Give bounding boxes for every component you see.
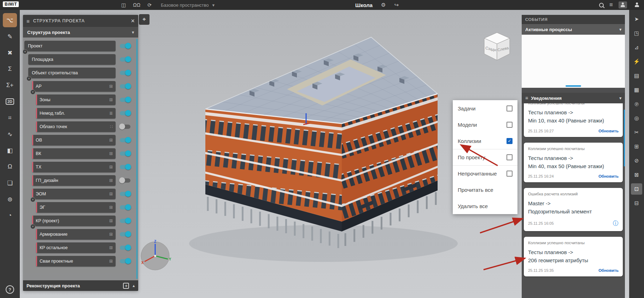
settings-gear-icon[interactable]: ⚙ [381,2,386,8]
visibility-toggle[interactable] [120,219,130,223]
sum-icon[interactable]: Σ [3,62,17,76]
menu-item-По проекту[interactable]: По проекту [453,149,517,165]
notifications-header[interactable]: ≡ Уведомления ▾ [522,93,625,103]
tree-item-Армирование[interactable]: Армирование⊞ [36,229,116,240]
notification-card[interactable]: Коллизии успешно посчитаныТесты плагинов… [524,103,623,137]
profile-sessions-icon[interactable] [619,1,627,8]
visibility-toggle[interactable] [120,71,130,75]
visibility-toggle[interactable] [120,178,130,183]
visibility-toggle[interactable] [120,98,130,102]
filter-icon[interactable]: ≡ [27,18,30,24]
menu-item-Задачи[interactable]: Задачи [453,100,517,116]
user-location-icon[interactable]: ⊚ [3,192,17,206]
tree-item-Площадка[interactable]: Площадка [28,54,116,65]
menu-item-Коллизии[interactable]: Коллизии✓ [453,133,517,149]
tree-item-ТХ[interactable]: ТХ⊞ [32,162,116,172]
shared-folder-icon[interactable]: ❏ [3,176,17,190]
structure-tree-icon[interactable]: ⌥ [3,13,17,27]
checkbox[interactable] [507,171,513,177]
visibility-toggle[interactable] [120,192,130,196]
marquee-icon[interactable]: ◳ [631,28,642,39]
visibility-toggle[interactable] [120,84,130,88]
tree-item-Облако точек[interactable]: Облако точек∷ [36,121,116,132]
remove-box-icon[interactable]: ⊠ [631,169,642,180]
target-icon[interactable]: ◎ [631,113,642,124]
tree-item-Сваи проектные[interactable]: Сваи проектные⊞ [36,256,116,267]
users-icon[interactable]: Ω [3,160,17,174]
app-logo[interactable]: BiMiT [3,1,19,7]
expand-toggle-icon[interactable]: ˅ [30,197,35,202]
sync-box-icon[interactable]: ⟳ [147,2,152,8]
expand-toggle-icon[interactable]: ˅ [30,224,35,229]
grid-icon[interactable]: ▦ [631,84,642,96]
tree-item-Объект строительства[interactable]: Объект строительства˅ [28,68,116,78]
visibility-toggle[interactable] [120,125,130,129]
refresh-link[interactable]: Обновить [598,174,619,178]
tree-item-ОВ[interactable]: ОВ⊞ [32,135,116,145]
user-icon[interactable] [633,1,641,8]
flash-icon[interactable]: ⚡ [631,56,642,67]
horizontal-scrollbar[interactable] [566,85,581,87]
tree-item-ГП_дизайн[interactable]: ГП_дизайн⊞ [32,175,116,186]
visibility-toggle[interactable] [120,111,130,115]
expand-toggle-icon[interactable]: ˅ [23,49,28,54]
ruler-icon[interactable]: ⊿ [631,42,642,53]
hide-icon[interactable]: ⊘ [631,155,642,166]
scrollbar[interactable] [136,39,137,279]
active-processes-header[interactable]: Активные процессы ▾ [522,24,625,35]
expand-toggle-icon[interactable]: ˅ [30,90,35,94]
expand-toggle-icon[interactable]: ˅ [27,76,31,81]
parking-icon[interactable]: ℗ [631,98,642,110]
import-box-icon[interactable]: ⊞ [631,141,642,152]
structure-section-header[interactable]: Структура проекта ▾ [23,27,138,38]
scissors-icon[interactable]: ✂ [631,127,642,138]
journal-icon[interactable]: ▤ [631,70,642,81]
visibility-toggle[interactable] [120,151,130,156]
list-icon[interactable]: ≡ [609,1,613,8]
visibility-toggle[interactable] [120,232,130,236]
scheme-icon[interactable]: ⌗ [3,111,17,125]
plugins-icon[interactable]: ◧ [3,143,17,157]
team-icon[interactable]: ΩΩ [133,2,140,8]
tree-item-ВК[interactable]: ВК⊞ [32,148,116,159]
visibility-toggle[interactable] [120,57,130,62]
refresh-link[interactable]: Обновить [598,129,619,133]
tree-item-КР (проект)[interactable]: КР (проект)⊞˅ [32,216,116,226]
tree-item-АР[interactable]: АР⊞˅ [32,81,116,92]
clash-icon[interactable]: ✖ [3,46,17,60]
checkbox[interactable] [507,154,513,160]
notification-card[interactable]: Ошибка расчета коллизийMaster ->Подозрит… [524,188,623,231]
visibility-toggle[interactable] [120,259,130,263]
refresh-link[interactable]: Обновить [598,268,619,273]
visibility-toggle[interactable] [120,165,130,169]
cursor-icon[interactable]: ➤ [631,13,642,25]
checkbox-checked[interactable]: ✓ [507,138,513,144]
cube-icon[interactable]: ⊡ [631,183,642,195]
add-icon[interactable]: + [123,283,129,289]
navigation-gizmo[interactable]: Z X Y [139,239,172,273]
share-icon[interactable]: ↪ [394,2,399,8]
tree-item-Зоны[interactable]: Зоны⊞ [36,94,116,105]
menu-item-Модели[interactable]: Модели [453,116,517,133]
spline-icon[interactable]: ✎ [3,29,17,44]
menu-item-Прочитать все[interactable]: Прочитать все [453,182,517,198]
tree-item-Проект[interactable]: Проект˅ [24,41,116,51]
tree-item-Немод.табл.[interactable]: Немод.табл.≣ [36,108,116,119]
mode-2d-icon[interactable]: 2D [3,94,17,109]
tree-item-ЭОМ[interactable]: ЭОМ⊞˅ [32,189,116,199]
view-cube[interactable]: Сзади Слева [477,28,517,64]
section-icon[interactable]: ⊟ [631,197,642,209]
tree-item-ЭГ[interactable]: ЭГ⊞ [36,202,116,213]
sum-plus-icon[interactable]: Σ+ [3,78,17,92]
workspace-selector[interactable]: Базовое пространство ▾ [161,0,215,10]
case-icon[interactable]: ◫ [121,2,126,8]
visibility-toggle[interactable] [120,205,130,210]
visibility-toggle[interactable] [120,138,130,142]
vertical-scrollbar[interactable] [624,110,625,166]
help-button[interactable]: ? [6,285,14,294]
close-icon[interactable]: × [131,18,135,24]
focus-button[interactable]: ⌖ [139,14,150,25]
checkbox[interactable] [507,105,513,111]
menu-item-Удалить все[interactable]: Удалить все [453,198,517,214]
notification-card[interactable]: Коллизии успешно посчитаныТесты плагинов… [524,237,623,277]
